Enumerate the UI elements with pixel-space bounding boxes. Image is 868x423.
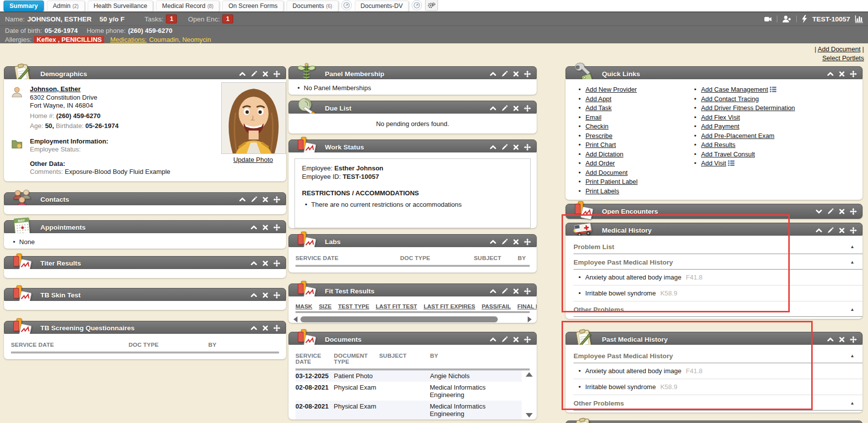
collapse-icon[interactable]: [250, 291, 258, 299]
quick-link[interactable]: Add Document: [585, 169, 628, 176]
column-header[interactable]: DOC TYPE: [129, 342, 208, 348]
scroll-up-icon[interactable]: [526, 365, 533, 377]
close-icon[interactable]: [512, 143, 520, 151]
quick-link[interactable]: Print Chart: [585, 141, 616, 148]
quick-link[interactable]: Add Payment: [701, 123, 739, 130]
close-icon[interactable]: [262, 224, 269, 231]
close-icon[interactable]: [512, 238, 520, 246]
collapse-icon[interactable]: [489, 287, 497, 295]
update-photo-link[interactable]: Update Photo: [233, 156, 273, 163]
quick-link[interactable]: Add Order: [585, 159, 615, 167]
video-camera-icon[interactable]: [764, 15, 772, 23]
section-collapse-icon[interactable]: ▲: [850, 353, 855, 358]
edit-pencil-icon[interactable]: [827, 227, 834, 234]
move-icon[interactable]: [273, 324, 281, 332]
section-collapse-icon[interactable]: ▲: [850, 307, 855, 312]
allergies-value[interactable]: Keflex , PENICILLINS: [34, 36, 104, 43]
section-collapse-icon[interactable]: ▲: [850, 244, 855, 249]
medications-link[interactable]: Medications:: [110, 36, 146, 43]
tab-documents[interactable]: Documents(6): [287, 0, 338, 11]
column-header[interactable]: TEST TYPE: [338, 303, 369, 309]
scroll-right-icon[interactable]: [528, 316, 532, 322]
move-icon[interactable]: [850, 70, 857, 78]
select-portlets-link[interactable]: Select Portlets: [822, 54, 864, 62]
add-document-link[interactable]: Add Document: [818, 45, 861, 53]
close-icon[interactable]: [838, 70, 846, 78]
column-header[interactable]: SERVICE DATE: [295, 255, 400, 261]
column-header[interactable]: SERVICE DATE: [295, 353, 334, 365]
table-row[interactable]: 02-08-2021 Physical Exam Medical Informa…: [295, 382, 522, 401]
move-icon[interactable]: [273, 70, 281, 78]
open-enc-count-badge[interactable]: 1: [222, 14, 233, 23]
quick-link[interactable]: Add Contact Tracing: [701, 95, 759, 103]
quick-link[interactable]: Add Visit: [701, 159, 726, 167]
column-header[interactable]: DOCUMENT TYPE: [334, 353, 379, 365]
column-header[interactable]: MASK: [295, 303, 312, 309]
collapse-icon[interactable]: [489, 70, 497, 78]
quick-link[interactable]: Print Labels: [585, 187, 619, 195]
scroll-down-icon[interactable]: [526, 413, 533, 418]
move-icon[interactable]: [524, 105, 531, 112]
tab-documents-dv[interactable]: Documents-DV: [355, 0, 409, 11]
quick-link[interactable]: Add Pre-Placement Exam: [701, 132, 774, 140]
tab-medical-record[interactable]: Medical Record(8): [156, 0, 219, 11]
quick-link[interactable]: Add New Provider: [585, 86, 637, 93]
close-icon[interactable]: [512, 287, 520, 295]
column-header[interactable]: PASS/FAIL: [482, 303, 511, 309]
column-header[interactable]: SIZE: [319, 303, 332, 309]
close-icon[interactable]: [838, 227, 846, 234]
scroll-left-icon[interactable]: [293, 316, 297, 322]
section-employee-pmh[interactable]: Employee Past Medical History▲: [566, 348, 863, 363]
edit-pencil-icon[interactable]: [501, 105, 508, 112]
quick-link[interactable]: Add Case Management: [701, 86, 768, 93]
close-icon[interactable]: [262, 324, 269, 332]
collapse-icon[interactable]: [239, 70, 246, 78]
chart-link[interactable]: [855, 15, 863, 23]
patient-name-link[interactable]: Johnson, Esther: [30, 85, 81, 93]
section-other-problems[interactable]: Other Problems▲: [566, 301, 863, 316]
move-icon[interactable]: [524, 336, 531, 343]
collapse-icon[interactable]: [815, 227, 823, 234]
collapse-icon[interactable]: [489, 238, 497, 246]
close-icon[interactable]: [512, 70, 520, 78]
collapse-icon[interactable]: [827, 336, 834, 343]
collapse-icon[interactable]: [489, 143, 497, 151]
column-header[interactable]: SUBJECT: [474, 255, 518, 261]
section-collapse-icon[interactable]: ▲: [850, 401, 855, 406]
edit-pencil-icon[interactable]: [250, 196, 258, 203]
move-icon[interactable]: [273, 291, 281, 299]
move-icon[interactable]: [524, 70, 531, 78]
open-in-new-icon[interactable]: [412, 0, 422, 10]
collapse-icon[interactable]: [250, 224, 258, 231]
column-header[interactable]: BY: [208, 342, 216, 348]
list-icon[interactable]: [728, 160, 734, 166]
close-icon[interactable]: [262, 196, 269, 203]
collapse-icon[interactable]: [827, 70, 834, 78]
quick-link[interactable]: Add Results: [701, 141, 735, 148]
column-header[interactable]: BY: [430, 353, 438, 365]
move-icon[interactable]: [273, 260, 281, 267]
close-icon[interactable]: [262, 291, 269, 299]
close-icon[interactable]: [262, 70, 269, 78]
list-icon[interactable]: [770, 87, 776, 92]
quick-link[interactable]: Add Travel Consult: [701, 150, 755, 158]
vertical-scrollbar[interactable]: [526, 365, 533, 418]
quick-link[interactable]: Print Patient Label: [585, 178, 638, 185]
section-problem-list[interactable]: Problem List▲: [566, 239, 863, 254]
collapse-icon[interactable]: [250, 324, 258, 332]
column-header[interactable]: LAST FIT TEST: [376, 303, 417, 309]
edit-pencil-icon[interactable]: [827, 208, 834, 215]
tab-health-surveillance[interactable]: Health Surveillance: [88, 0, 153, 11]
quick-link[interactable]: Add Flex Visit: [701, 114, 740, 121]
problem-item[interactable]: •Anxiety about altered body imageF41.8: [566, 363, 863, 379]
settings-gear-icon[interactable]: [425, 0, 438, 11]
problem-item[interactable]: •Anxiety about altered body imageF41.8: [566, 270, 863, 285]
move-icon[interactable]: [273, 196, 281, 203]
quick-link[interactable]: Add Appt: [585, 95, 611, 103]
close-icon[interactable]: [512, 105, 520, 112]
column-header[interactable]: LAST FIT EXPIRES: [424, 303, 475, 309]
portlet-header[interactable]: Problem List: [566, 421, 863, 423]
quick-link[interactable]: Add Driver Fitness Determination: [701, 104, 795, 112]
edit-pencil-icon[interactable]: [501, 143, 508, 151]
collapse-icon[interactable]: [239, 196, 246, 203]
